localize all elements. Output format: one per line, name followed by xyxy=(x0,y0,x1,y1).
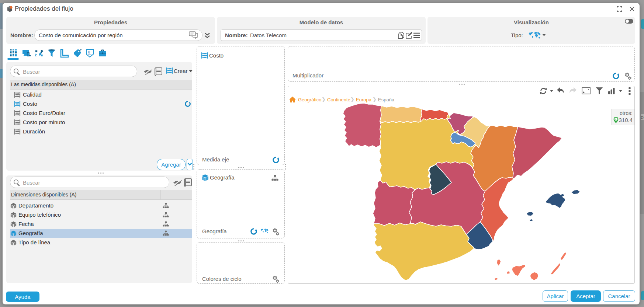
svg-text:css: css xyxy=(88,53,91,56)
